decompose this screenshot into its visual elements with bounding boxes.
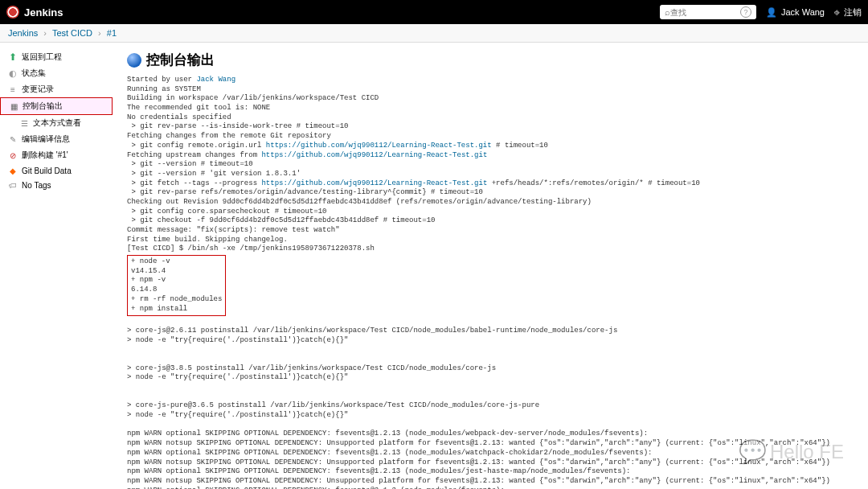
- page-title-text: 控制台输出: [146, 51, 215, 69]
- text-icon: ☰: [19, 118, 29, 128]
- watermark-text: Hello FE: [770, 441, 844, 463]
- highlight-box: + node -v v14.15.4 + npm -v 6.14.8 + rm …: [127, 255, 226, 316]
- user-section[interactable]: 👤 Jack Wang: [766, 7, 825, 18]
- search-box[interactable]: ⌕ ?: [660, 5, 756, 19]
- sidebar-item-label: 编辑编译信息: [22, 134, 70, 145]
- sidebar: ⬆返回到工程 ◐状态集 ≡变更记录 ▦控制台输出 ☰文本方式查看 ✎编辑编译信息…: [0, 43, 113, 489]
- header-left: Jenkins: [6, 6, 63, 18]
- sidebar-item-back[interactable]: ⬆返回到工程: [0, 49, 113, 65]
- console-text: +refs/heads/*:refs/remotes/origin/* # ti…: [127, 179, 700, 253]
- changes-icon: ≡: [8, 84, 18, 94]
- arrow-up-icon: ⬆: [8, 52, 18, 62]
- watermark: 💬 Hello FE: [739, 438, 844, 465]
- delete-icon: ⊘: [8, 150, 18, 160]
- breadcrumb-item[interactable]: Jenkins: [8, 28, 38, 38]
- logout-icon: ⎆: [834, 7, 840, 17]
- tag-icon: 🏷: [8, 180, 18, 190]
- sidebar-item-label: 控制台输出: [23, 101, 63, 112]
- sidebar-item-changes[interactable]: ≡变更记录: [0, 81, 113, 97]
- sidebar-item-delete[interactable]: ⊘删除构建 '#1': [0, 147, 113, 163]
- sidebar-item-label: 返回到工程: [22, 51, 62, 63]
- search-input[interactable]: [670, 8, 735, 17]
- breadcrumb-sep: ›: [98, 28, 101, 38]
- sidebar-item-git[interactable]: ◆Git Build Data: [0, 163, 113, 178]
- breadcrumb-item[interactable]: Test CICD: [52, 28, 92, 38]
- username[interactable]: Jack Wang: [781, 7, 825, 17]
- sidebar-item-console[interactable]: ▦控制台输出: [0, 97, 113, 115]
- edit-icon: ✎: [8, 134, 18, 144]
- content: 控制台输出 Started by user Jack Wang Running …: [113, 43, 868, 489]
- sidebar-item-edit[interactable]: ✎编辑编译信息: [0, 131, 113, 147]
- console-icon: ▦: [9, 101, 18, 111]
- sidebar-item-tags[interactable]: 🏷No Tags: [0, 178, 113, 192]
- console-output: Started by user Jack Wang Running as SYS…: [127, 76, 854, 489]
- console-text: > core-js@2.6.11 postinstall /var/lib/je…: [127, 327, 830, 489]
- breadcrumb-sep: ›: [43, 28, 47, 38]
- sidebar-item-label: 状态集: [22, 68, 46, 79]
- search-icon: ⌕: [665, 7, 670, 17]
- sidebar-item-text-view[interactable]: ☰文本方式查看: [0, 115, 113, 131]
- git-icon: ◆: [8, 166, 18, 175]
- sidebar-item-label: 删除构建 '#1': [22, 150, 68, 161]
- jenkins-logo-icon[interactable]: [6, 6, 19, 18]
- git-url-link[interactable]: https://github.com/wjq990112/Learning-Re…: [261, 179, 487, 187]
- main: ⬆返回到工程 ◐状态集 ≡变更记录 ▦控制台输出 ☰文本方式查看 ✎编辑编译信息…: [0, 43, 868, 489]
- console-text: Running as SYSTEM Building in workspace …: [127, 85, 379, 150]
- sidebar-item-label: Git Build Data: [22, 166, 72, 175]
- header-right: ⌕ ? 👤 Jack Wang ⎆ 注销: [660, 5, 862, 19]
- git-url-link[interactable]: https://github.com/wjq990112/Learning-Re…: [261, 151, 487, 159]
- breadcrumb-item[interactable]: #1: [107, 28, 117, 38]
- breadcrumb: Jenkins › Test CICD › #1: [0, 24, 868, 43]
- status-icon: ◐: [8, 68, 18, 78]
- sidebar-item-label: No Tags: [22, 181, 51, 190]
- console-text: Started by user: [127, 76, 196, 84]
- globe-icon: [127, 53, 141, 68]
- user-icon: 👤: [766, 7, 777, 18]
- header: Jenkins ⌕ ? 👤 Jack Wang ⎆ 注销: [0, 0, 868, 24]
- wechat-icon: 💬: [739, 438, 767, 465]
- user-link[interactable]: Jack Wang: [196, 76, 235, 84]
- help-icon[interactable]: ?: [740, 6, 751, 18]
- page-title: 控制台输出: [127, 51, 854, 69]
- app-title[interactable]: Jenkins: [24, 6, 63, 18]
- sidebar-item-label: 变更记录: [22, 84, 54, 95]
- git-url-link[interactable]: https://github.com/wjq990112/Learning-Re…: [266, 142, 492, 150]
- sidebar-item-label: 文本方式查看: [33, 117, 81, 129]
- logout-section[interactable]: ⎆ 注销: [834, 6, 862, 18]
- logout-label[interactable]: 注销: [844, 6, 862, 18]
- sidebar-item-status[interactable]: ◐状态集: [0, 65, 113, 81]
